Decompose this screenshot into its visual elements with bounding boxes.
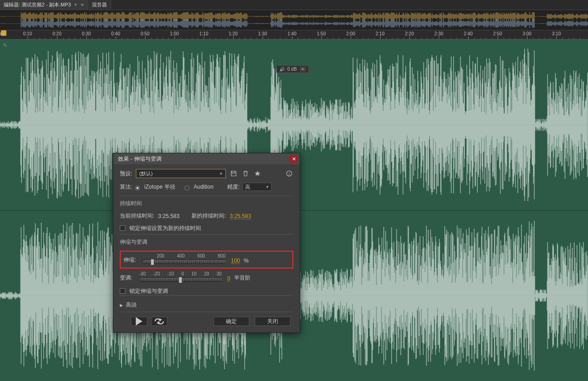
- timeline-ruler[interactable]: ms 0:100:200:300:400:501:001:101:201:301…: [0, 30, 588, 39]
- tab-editor[interactable]: 编辑器: 测试音频2 - 副本.MP3 ▼ ✕: [0, 0, 88, 10]
- speaker-icon: 🔊: [280, 67, 285, 72]
- stretch-slider[interactable]: . 200 400 600 800: [143, 253, 225, 264]
- pitch-slider[interactable]: -30 -20 -10 0 10 20 30: [139, 271, 222, 282]
- star-icon[interactable]: [253, 169, 262, 178]
- slider-thumb[interactable]: [151, 259, 154, 265]
- stretch-pitch-group-title: 伸缩与变调: [120, 238, 293, 246]
- algorithm-label: 算法:: [120, 183, 132, 191]
- algo-izotope-radio[interactable]: [135, 185, 140, 190]
- ruler-unit: ms: [0, 31, 5, 36]
- save-preset-icon[interactable]: [230, 169, 238, 178]
- info-icon[interactable]: i: [285, 169, 293, 178]
- lock-stretch-pitch-checkbox[interactable]: [120, 288, 125, 294]
- stretch-label: 伸缩:: [123, 256, 139, 264]
- stretch-unit: %: [244, 258, 249, 264]
- tab-bar: 编辑器: 测试音频2 - 副本.MP3 ▼ ✕ 混音器: [0, 0, 588, 10]
- tab-label: 混音器: [92, 1, 107, 8]
- dialog-title: 效果 - 伸缩与变调: [118, 155, 162, 163]
- precision-label: 精度:: [227, 183, 240, 191]
- pitch-value[interactable]: 0: [227, 275, 230, 282]
- svg-text:i: i: [289, 172, 290, 176]
- stretch-row-highlight: 伸缩: . 200 400 600 800: [120, 251, 293, 269]
- lock-stretch-pitch-label: 锁定伸缩与变调: [129, 288, 168, 294]
- svg-rect-0: [0, 10, 588, 30]
- trash-icon[interactable]: [241, 169, 250, 178]
- overview-waveform[interactable]: [0, 10, 588, 30]
- ok-button[interactable]: 确定: [213, 317, 249, 326]
- current-duration-value: 3:25.583: [158, 213, 179, 219]
- close-icon[interactable]: ✕: [80, 2, 84, 7]
- pitch-unit: 半音阶: [234, 274, 251, 282]
- preset-select[interactable]: (默认) ▼: [136, 169, 226, 178]
- algo-audition-radio[interactable]: [185, 185, 190, 190]
- stretch-value[interactable]: 100: [231, 258, 240, 264]
- preset-label: 预设:: [120, 170, 132, 178]
- chevron-down-icon[interactable]: ▼: [74, 3, 78, 7]
- close-icon[interactable]: ✕: [290, 155, 298, 162]
- waveform-editor[interactable]: ✎ 🔊 0 dB + 效果 - 伸缩与变调 ✕ 预设: (默认) ▼: [0, 39, 588, 381]
- new-duration-label: 新的持续时间:: [191, 212, 226, 220]
- dialog-titlebar[interactable]: 效果 - 伸缩与变调 ✕: [113, 153, 300, 164]
- tab-mixer[interactable]: 混音器: [88, 0, 111, 10]
- play-button[interactable]: [131, 317, 147, 326]
- lock-duration-label: 锁定伸缩设置为新的持续时间: [129, 225, 201, 231]
- slider-thumb[interactable]: [179, 277, 182, 283]
- db-value: 0 dB: [287, 67, 297, 72]
- close-button[interactable]: 关闭: [255, 317, 291, 326]
- db-indicator[interactable]: 🔊 0 dB +: [276, 65, 309, 73]
- chevron-down-icon: ▼: [219, 172, 223, 176]
- advanced-label: 高级: [126, 301, 137, 309]
- loop-button[interactable]: [151, 317, 168, 326]
- precision-select[interactable]: 高 ▼: [242, 183, 272, 191]
- algo-option[interactable]: iZotope 半径: [144, 183, 175, 191]
- pitch-label: 变调:: [120, 274, 135, 282]
- current-duration-label: 当前持续时间:: [120, 212, 154, 220]
- advanced-toggle[interactable]: ▶ 高级: [120, 295, 293, 312]
- stretch-pitch-dialog: 效果 - 伸缩与变调 ✕ 预设: (默认) ▼: [113, 153, 300, 333]
- preset-value: (默认): [139, 170, 152, 177]
- new-duration-value[interactable]: 3:25.583: [230, 213, 251, 219]
- algo-option[interactable]: Audition: [194, 184, 213, 190]
- plus-icon[interactable]: +: [300, 67, 306, 72]
- chevron-down-icon: ▼: [266, 185, 269, 189]
- triangle-right-icon: ▶: [120, 303, 123, 308]
- tab-label: 编辑器: 测试音频2 - 副本.MP3: [4, 1, 71, 8]
- lock-duration-checkbox[interactable]: [120, 225, 125, 231]
- pencil-icon[interactable]: ✎: [3, 42, 7, 49]
- precision-value: 高: [245, 184, 250, 190]
- duration-group-title: 持续时间: [120, 200, 293, 207]
